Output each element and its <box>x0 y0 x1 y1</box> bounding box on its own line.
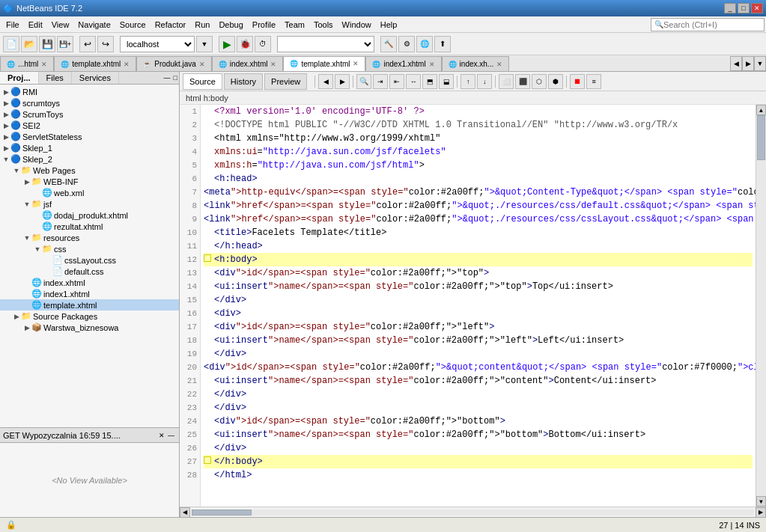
tree-item[interactable]: ▶🔵ServletStateless <box>0 131 179 142</box>
tree-item[interactable]: ▶📁WEB-INF <box>0 176 179 187</box>
tab-close-4[interactable]: ✕ <box>353 60 359 67</box>
tree-item[interactable]: 🌐rezultat.xhtml <box>0 221 179 232</box>
ed-stop-button[interactable]: ⏹ <box>570 74 585 89</box>
output-close[interactable]: ✕ <box>157 432 166 439</box>
tab-scroll-left[interactable]: ◀ <box>730 56 742 71</box>
ed-find-button[interactable]: 🔍 <box>356 74 371 89</box>
undo-button[interactable]: ↩ <box>79 36 96 52</box>
menu-view[interactable]: View <box>47 19 74 31</box>
tree-item[interactable]: ▶🔵RMI <box>0 86 179 97</box>
menu-navigate[interactable]: Navigate <box>73 19 115 31</box>
run-button[interactable]: ▶ <box>219 36 235 52</box>
toolbar-extra3[interactable]: 🌐 <box>416 36 433 52</box>
new-button[interactable]: 📄 <box>3 36 19 52</box>
file-tab-6[interactable]: 🌐 index.xh... ✕ <box>442 56 510 71</box>
editor-tab-history[interactable]: History <box>224 73 263 90</box>
save-all-button[interactable]: 💾+ <box>57 36 73 52</box>
editor-tab-source[interactable]: Source <box>183 73 222 90</box>
project-tree[interactable]: ▶🔵RMI▶🔵scrumtoys▶🔵ScrumToys▶🔵SEI2▶🔵Servl… <box>0 85 179 427</box>
panel-tab-files[interactable]: Files <box>39 72 72 84</box>
code-content[interactable]: <?xml version='1.0' encoding='UTF-8' ?><… <box>201 105 756 507</box>
menu-refactor[interactable]: Refactor <box>151 19 191 31</box>
tree-item[interactable]: 📄cssLayout.css <box>0 254 179 266</box>
ed-mark2[interactable]: ⬛ <box>515 74 530 89</box>
scroll-up-button[interactable]: ▲ <box>756 105 766 115</box>
editor-scrollbar[interactable]: ▲ ▼ <box>756 105 766 507</box>
tree-item[interactable]: ▶🔵Sklep_1 <box>0 142 179 153</box>
tree-item[interactable]: ▼📁resources <box>0 232 179 243</box>
toolbar-extra4[interactable]: ⬆ <box>434 36 451 52</box>
panel-minimize-button[interactable]: — <box>162 74 172 82</box>
menu-debug[interactable]: Debug <box>214 19 247 31</box>
tree-item[interactable]: ▶🔵SEI2 <box>0 120 179 131</box>
file-tab-5[interactable]: 🌐 index1.xhtml ✕ <box>365 56 441 71</box>
maximize-button[interactable]: □ <box>738 3 750 13</box>
save-button[interactable]: 💾 <box>39 36 55 52</box>
output-minimize[interactable]: — <box>166 432 176 439</box>
ed-toggle3[interactable]: ↔ <box>406 74 421 89</box>
combo-arrow[interactable]: ▼ <box>196 36 213 52</box>
horizontal-scrollbar[interactable]: ◀ ▶ <box>180 507 766 517</box>
panel-tab-services[interactable]: Services <box>72 72 119 84</box>
profile-button[interactable]: ⏱ <box>255 36 271 52</box>
tree-item[interactable]: 🌐dodaj_produkt.xhtml <box>0 210 179 221</box>
redo-button[interactable]: ↪ <box>97 36 114 52</box>
tab-close-6[interactable]: ✕ <box>496 61 502 68</box>
open-button[interactable]: 📂 <box>21 36 37 52</box>
menu-file[interactable]: File <box>1 19 24 31</box>
menu-help[interactable]: Help <box>376 19 402 31</box>
tab-close-3[interactable]: ✕ <box>270 61 276 68</box>
menu-tools[interactable]: Tools <box>309 19 338 31</box>
ed-toggle1[interactable]: ⇥ <box>373 74 388 89</box>
file-tab-4[interactable]: 🌐 template.xhtml ✕ <box>283 56 365 71</box>
tree-item[interactable]: 🌐template.xhtml <box>0 299 179 311</box>
close-button[interactable]: ✕ <box>751 3 763 13</box>
scroll-thumb[interactable] <box>757 115 765 160</box>
h-scroll-track[interactable] <box>192 510 754 516</box>
h-scroll-left-button[interactable]: ◀ <box>180 507 190 518</box>
file-tab-3[interactable]: 🌐 index.xhtml ✕ <box>212 56 284 71</box>
file-tab-2[interactable]: ☕ Produkt.java ✕ <box>136 56 212 71</box>
ed-diff1[interactable]: ⬡ <box>532 74 547 89</box>
tree-item[interactable]: 🌐web.xml <box>0 187 179 198</box>
toolbar-extra1[interactable]: 🔨 <box>380 36 397 52</box>
menu-run[interactable]: Run <box>190 19 214 31</box>
panel-tab-projects[interactable]: Proj... <box>0 72 39 84</box>
file-tab-1[interactable]: 🌐 template.xhtml ✕ <box>54 56 136 71</box>
h-scroll-right-button[interactable]: ▶ <box>756 507 766 518</box>
ed-extra-button[interactable]: ≡ <box>586 74 601 89</box>
ed-back-button[interactable]: ◀ <box>318 74 333 89</box>
tree-item[interactable]: ▼🔵Sklep_2 <box>0 153 179 165</box>
search-input[interactable] <box>663 20 761 29</box>
minimize-button[interactable]: _ <box>724 3 736 13</box>
tab-close-2[interactable]: ✕ <box>199 61 205 68</box>
editor-tab-preview[interactable]: Preview <box>264 73 307 90</box>
ed-jump2[interactable]: ↓ <box>477 74 492 89</box>
h-scroll-thumb[interactable] <box>192 510 252 516</box>
tree-item[interactable]: ▼📁jsf <box>0 198 179 210</box>
tab-close-1[interactable]: ✕ <box>124 61 130 68</box>
tree-item[interactable]: ▶🔵scrumtoys <box>0 97 179 108</box>
tree-item[interactable]: ▼📁Web Pages <box>0 165 179 176</box>
ed-toggle4[interactable]: ⬒ <box>422 74 437 89</box>
tree-item[interactable]: ▶📁Source Packages <box>0 311 179 322</box>
tab-dropdown[interactable]: ▼ <box>754 56 766 71</box>
menu-edit[interactable]: Edit <box>24 19 47 31</box>
toolbar-extra2[interactable]: ⚙ <box>398 36 415 52</box>
panel-restore-button[interactable]: □ <box>172 74 179 82</box>
debug-button[interactable]: 🐞 <box>237 36 253 52</box>
ed-mark1[interactable]: ⬜ <box>499 74 514 89</box>
tab-close-5[interactable]: ✕ <box>429 61 435 68</box>
server-combo[interactable]: localhost <box>120 36 195 52</box>
menu-window[interactable]: Window <box>338 19 376 31</box>
ed-toggle2[interactable]: ⇤ <box>389 74 404 89</box>
search-bar[interactable]: 🔍 <box>651 18 765 31</box>
scroll-down-button[interactable]: ▼ <box>756 496 766 507</box>
scroll-track[interactable] <box>756 115 766 496</box>
target-combo[interactable] <box>277 36 374 52</box>
file-tab-0[interactable]: 🌐 ...html ✕ <box>0 56 54 71</box>
ed-diff2[interactable]: ⬢ <box>548 74 563 89</box>
menu-profile[interactable]: Profile <box>248 19 280 31</box>
tab-scroll-right[interactable]: ▶ <box>742 56 754 71</box>
tree-item[interactable]: 🌐index.xhtml <box>0 277 179 288</box>
